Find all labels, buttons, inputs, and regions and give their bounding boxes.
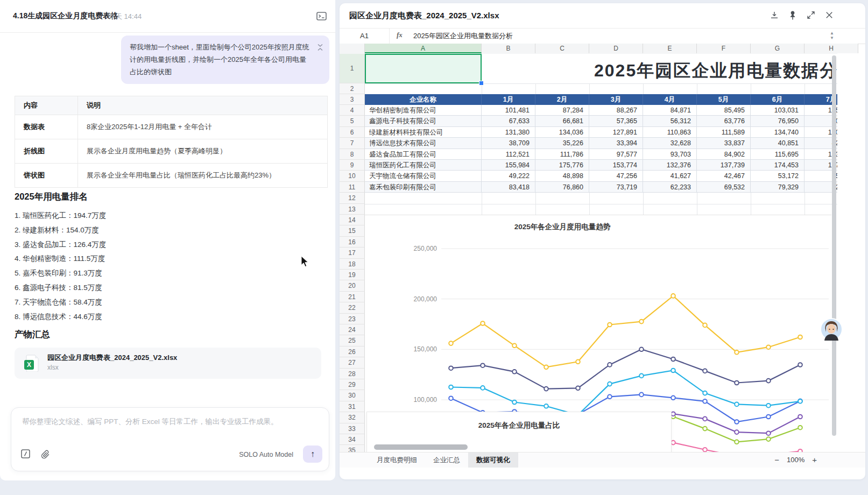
formula-bar-spinner[interactable]: ▲▼ <box>830 31 834 40</box>
fill-handle[interactable] <box>479 81 484 86</box>
table-cell[interactable]: 40,851 <box>751 138 805 148</box>
row-header-35[interactable]: 35 <box>340 445 365 452</box>
table-cell[interactable]: 131,380 <box>482 127 535 138</box>
row-header-30[interactable]: 30 <box>340 390 365 401</box>
row-header-9[interactable]: 9 <box>340 160 365 171</box>
table-cell[interactable]: 63,776 <box>697 116 751 126</box>
artifact-file-card[interactable]: X 园区企业月度电费表_2024_2025_V2.xlsx xlsx <box>15 348 321 379</box>
sheet-grid[interactable]: 1234567891011121314151617181920212223242… <box>340 54 837 452</box>
table-cell[interactable]: 35,226 <box>535 138 589 148</box>
column-header-A[interactable]: A <box>365 44 482 53</box>
row-header-29[interactable]: 29 <box>340 379 365 390</box>
column-header-C[interactable]: C <box>535 44 589 53</box>
column-header-D[interactable]: D <box>589 44 643 53</box>
row-header-13[interactable]: 13 <box>340 204 365 215</box>
table-cell[interactable]: 天宇物流仓储有限公司 <box>365 171 482 181</box>
column-header-E[interactable]: E <box>643 44 697 53</box>
row-header-7[interactable]: 7 <box>340 138 365 148</box>
table-cell[interactable]: 盛达食品加工有限公司 <box>365 149 482 160</box>
table-cell[interactable]: 66,681 <box>535 116 589 126</box>
table-cell[interactable]: 62,233 <box>643 182 697 193</box>
fullscreen-icon[interactable] <box>806 10 816 20</box>
row-header-12[interactable]: 12 <box>340 193 365 203</box>
pin-icon[interactable] <box>788 10 798 20</box>
table-cell[interactable]: 111,786 <box>535 149 589 160</box>
table-header-cell[interactable]: 1月 <box>482 94 535 105</box>
table-header-cell[interactable]: 3月 <box>589 94 643 105</box>
collapse-message-icon[interactable] <box>317 43 323 55</box>
table-cell[interactable]: 53,172 <box>751 171 805 181</box>
row-header-32[interactable]: 32 <box>340 412 365 423</box>
row-header-28[interactable]: 28 <box>340 369 365 379</box>
table-cell[interactable]: 132,376 <box>643 160 697 171</box>
table-cell[interactable]: 33,837 <box>697 138 751 148</box>
zoom-out-button[interactable]: − <box>774 455 779 464</box>
formula-input[interactable]: 2025年园区企业用电量数据分析 <box>413 31 513 41</box>
table-cell[interactable]: 33,394 <box>589 138 643 148</box>
table-cell[interactable]: 华创精密制造有限公司 <box>365 105 482 116</box>
model-selector[interactable]: SOLO Auto Model <box>239 451 293 458</box>
open-in-panel-icon[interactable] <box>316 12 327 23</box>
row-header-15[interactable]: 15 <box>340 225 365 236</box>
table-cell[interactable]: 174,453 <box>751 160 805 171</box>
row-header-18[interactable]: 18 <box>340 259 365 270</box>
table-cell[interactable]: 42,467 <box>697 171 751 181</box>
composer-placeholder[interactable]: 帮你整理论文综述、编写 PPT、分析 Excel 等日常工作，输出专业级工作成果… <box>22 417 313 427</box>
table-cell[interactable]: 97,577 <box>589 149 643 160</box>
table-cell[interactable]: 41,627 <box>643 171 697 181</box>
table-header-cell[interactable]: 2月 <box>535 94 589 105</box>
table-cell[interactable]: 69,532 <box>697 182 751 193</box>
table-header-cell[interactable]: 企业名称 <box>365 94 482 105</box>
table-cell[interactable]: 57,365 <box>589 116 643 126</box>
table-cell[interactable]: 115,695 <box>751 149 805 160</box>
table-cell[interactable]: 84,871 <box>643 105 697 116</box>
table-cell[interactable]: 73,719 <box>589 182 643 193</box>
table-header-cell[interactable]: 5月 <box>697 94 751 105</box>
table-cell[interactable]: 49,222 <box>482 171 535 181</box>
slash-command-icon[interactable] <box>21 449 31 459</box>
table-cell[interactable]: 175,776 <box>535 160 589 171</box>
row-header-34[interactable]: 34 <box>340 434 365 445</box>
table-cell[interactable]: 88,267 <box>589 105 643 116</box>
row-header-20[interactable]: 20 <box>340 280 365 291</box>
table-cell[interactable]: 85,495 <box>697 105 751 116</box>
column-header-H[interactable]: H <box>805 44 858 53</box>
send-button[interactable]: ↑ <box>303 445 322 463</box>
table-cell[interactable]: 111,589 <box>697 127 751 138</box>
cell-reference-box[interactable]: A1 <box>340 28 390 44</box>
table-cell[interactable]: 48,898 <box>535 171 589 181</box>
sheet-tab-数据可视化[interactable]: 数据可视化 <box>468 452 518 468</box>
zoom-in-button[interactable]: + <box>812 455 817 464</box>
table-cell[interactable]: 38,709 <box>482 138 535 148</box>
table-cell[interactable]: 110,863 <box>643 127 697 138</box>
table-cell[interactable]: 47,256 <box>589 171 643 181</box>
table-cell[interactable]: 瑞恒医药化工有限公司 <box>365 160 482 171</box>
close-icon[interactable] <box>824 10 834 20</box>
row-header-25[interactable]: 25 <box>340 335 365 346</box>
corner-select-all[interactable] <box>340 44 365 53</box>
table-cell[interactable]: 84,902 <box>697 149 751 160</box>
table-cell[interactable]: 155,984 <box>482 160 535 171</box>
row-header-6[interactable]: 6 <box>340 127 365 138</box>
table-header-cell[interactable]: 6月 <box>751 94 805 105</box>
column-header-G[interactable]: G <box>751 44 805 53</box>
row-header-5[interactable]: 5 <box>340 116 365 126</box>
table-cell[interactable]: 127,891 <box>589 127 643 138</box>
table-cell[interactable]: 87,284 <box>535 105 589 116</box>
column-header-B[interactable]: B <box>482 44 535 53</box>
table-cell[interactable]: 79,329 <box>751 182 805 193</box>
row-header-19[interactable]: 19 <box>340 270 365 280</box>
row-header-4[interactable]: 4 <box>340 105 365 116</box>
row-header-26[interactable]: 26 <box>340 346 365 357</box>
table-cell[interactable]: 101,481 <box>482 105 535 116</box>
table-cell[interactable]: 134,740 <box>751 127 805 138</box>
row-header-1[interactable]: 1 <box>340 54 365 83</box>
row-header-22[interactable]: 22 <box>340 302 365 313</box>
row-header-33[interactable]: 33 <box>340 423 365 434</box>
row-header-31[interactable]: 31 <box>340 401 365 412</box>
table-cell[interactable]: 绿建新材料科技有限公司 <box>365 127 482 138</box>
row-header-2[interactable]: 2 <box>340 83 365 94</box>
table-cell[interactable]: 博远信息技术有限公司 <box>365 138 482 148</box>
row-header-14[interactable]: 14 <box>340 215 365 225</box>
sheet-title-cell[interactable]: 2025年园区企业用电量数据分析 <box>594 59 837 83</box>
